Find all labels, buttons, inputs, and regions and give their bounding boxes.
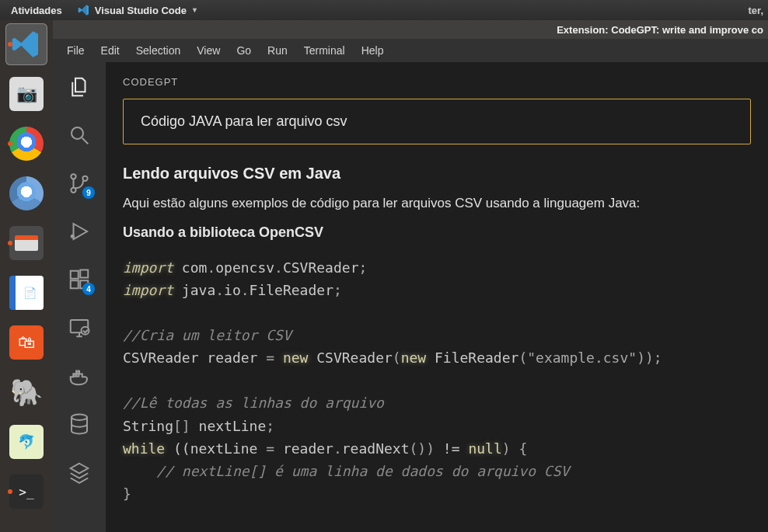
menu-go[interactable]: Go [229, 41, 259, 60]
activity-debug[interactable] [62, 214, 96, 249]
svg-rect-6 [71, 280, 79, 288]
response-heading: Lendo arquivos CSV em Java [123, 165, 751, 183]
remote-icon [68, 316, 91, 339]
svg-point-1 [71, 174, 75, 179]
svg-point-3 [82, 176, 87, 181]
response-subheading: Usando a biblioteca OpenCSV [123, 224, 751, 241]
menu-terminal[interactable]: Terminal [296, 41, 353, 60]
vscode-icon [11, 29, 42, 60]
menu-edit[interactable]: Edit [93, 41, 127, 60]
activity-bar: 9 4 [53, 62, 106, 532]
window-title: Extension: CodeGPT: write and improve co [557, 24, 763, 36]
response-paragraph: Aqui estão alguns exemplos de código par… [123, 193, 751, 214]
svg-point-4 [71, 235, 75, 238]
dock-chromium[interactable] [5, 172, 47, 214]
files-icon [68, 75, 91, 99]
dock-postgres[interactable]: 🐘 [5, 371, 47, 413]
ext-badge: 4 [82, 283, 95, 295]
menu-file[interactable]: File [59, 41, 93, 60]
panel-title: CODEGPT [123, 76, 751, 88]
svg-point-14 [72, 415, 87, 421]
scm-badge: 9 [82, 186, 95, 199]
menu-help[interactable]: Help [354, 41, 392, 60]
dock-mysql[interactable]: 🐬 [5, 421, 47, 463]
database-icon [68, 412, 91, 436]
svg-rect-12 [76, 374, 79, 377]
gnome-activities[interactable]: Atividades [0, 5, 73, 16]
gnome-top-bar: Atividades Visual Studio Code ▼ ter, [0, 0, 768, 20]
activity-search[interactable] [62, 118, 96, 152]
dock-vscode[interactable] [5, 23, 47, 65]
codegpt-panel: CODEGPT Código JAVA para ler arquivo csv… [106, 62, 768, 532]
dock-files[interactable] [5, 222, 47, 264]
debug-icon [68, 220, 91, 243]
activity-layers[interactable] [62, 455, 96, 489]
dock-writer[interactable]: 📄 [5, 272, 47, 314]
menu-view[interactable]: View [189, 41, 228, 60]
activity-explorer[interactable] [62, 70, 96, 104]
window-title-bar: Extension: CodeGPT: write and improve co [53, 20, 768, 39]
menu-run[interactable]: Run [260, 41, 295, 60]
vscode-icon [78, 4, 90, 16]
menu-selection[interactable]: Selection [128, 41, 189, 60]
svg-point-2 [71, 188, 75, 193]
dock-camera[interactable]: 📷 [5, 73, 47, 115]
dropdown-icon: ▼ [191, 6, 198, 14]
activity-scm[interactable]: 9 [62, 166, 96, 200]
vscode-window: File Edit Selection View Go Run Terminal… [53, 39, 768, 532]
activity-docker[interactable] [62, 359, 96, 393]
gnome-app-name: Visual Studio Code [95, 5, 187, 16]
dock-terminal[interactable]: >_ [5, 471, 47, 513]
ubuntu-dock: 📷 📄 🛍 🐘 🐬 >_ [0, 20, 53, 532]
svg-rect-13 [76, 371, 79, 374]
svg-rect-8 [80, 270, 88, 278]
gnome-app-menu[interactable]: Visual Studio Code ▼ [73, 4, 203, 16]
search-icon [68, 123, 91, 147]
code-block: import com.opencsv.CSVReader; import jav… [123, 252, 751, 510]
layers-icon [68, 461, 91, 484]
gnome-clock: ter, [748, 5, 768, 16]
activity-database[interactable] [62, 407, 96, 441]
dock-software[interactable]: 🛍 [5, 322, 47, 363]
svg-rect-11 [74, 374, 76, 377]
svg-rect-5 [71, 271, 79, 279]
dock-chrome[interactable] [5, 123, 47, 165]
activity-remote[interactable] [62, 311, 96, 345]
prompt-input[interactable]: Código JAVA para ler arquivo csv [123, 99, 751, 144]
docker-icon [68, 364, 91, 388]
menu-bar: File Edit Selection View Go Run Terminal… [53, 39, 768, 62]
activity-extensions[interactable]: 4 [62, 263, 96, 297]
svg-point-0 [72, 127, 83, 139]
